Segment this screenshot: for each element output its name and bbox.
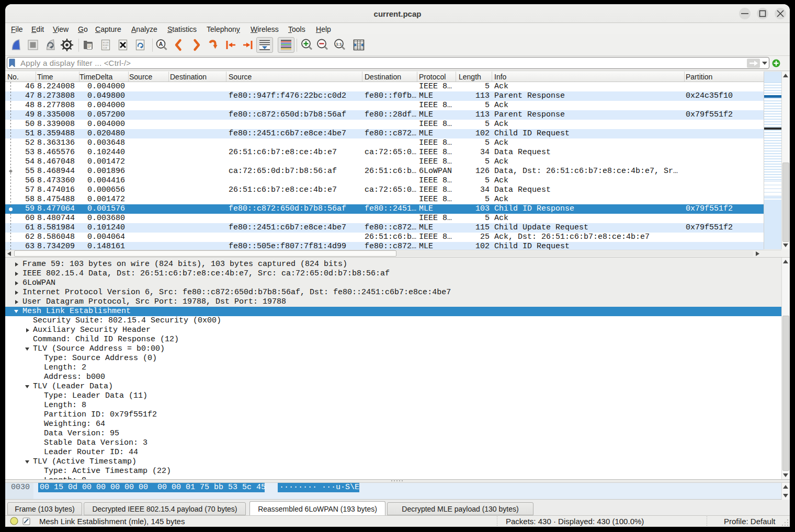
svg-text:1:1: 1:1 (336, 42, 342, 47)
svg-text:A: A (159, 41, 163, 47)
svg-text:110: 110 (103, 47, 107, 49)
